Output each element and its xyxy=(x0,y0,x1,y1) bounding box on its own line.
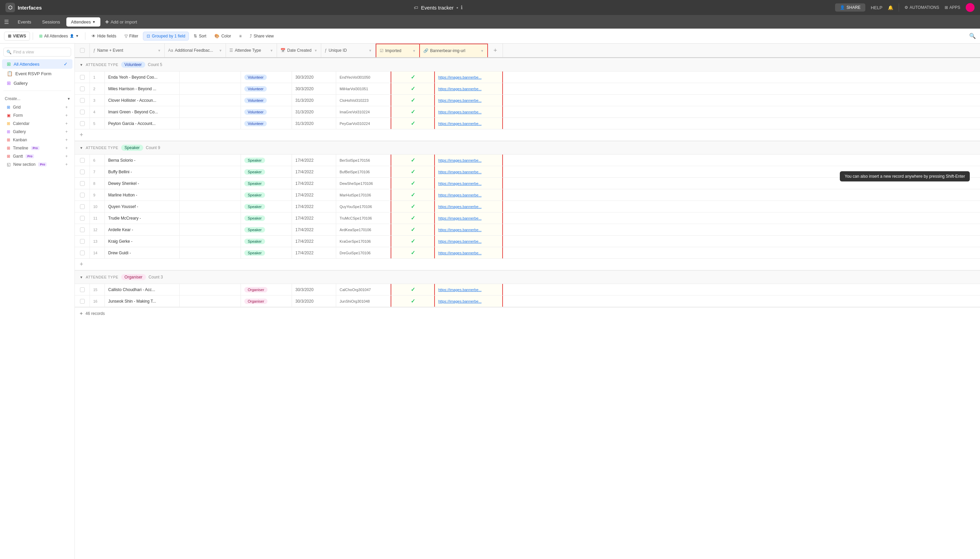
share-view-button[interactable]: ⤴ Share view xyxy=(246,32,277,40)
td-feedback[interactable] xyxy=(180,284,241,295)
apps-button[interactable]: ⊞ APPS xyxy=(945,5,960,10)
banner-link[interactable]: https://images.bannerbe... xyxy=(438,182,482,185)
td-checkbox[interactable] xyxy=(75,189,90,200)
td-name[interactable]: Imani Green - Beyond Co... xyxy=(105,106,180,117)
td-imported[interactable]: ✓ xyxy=(391,166,435,177)
td-imported[interactable]: ✓ xyxy=(391,212,435,224)
td-checkbox[interactable] xyxy=(75,236,90,247)
hide-fields-button[interactable]: 👁 Hide fields xyxy=(88,32,120,40)
row-checkbox[interactable] xyxy=(80,121,85,126)
td-banner[interactable]: https://images.bannerbe... xyxy=(435,83,503,94)
td-banner[interactable]: https://images.bannerbe... xyxy=(435,106,503,117)
banner-link[interactable]: https://images.bannerbe... xyxy=(438,251,482,255)
nav-tab-events[interactable]: Events xyxy=(13,17,36,26)
row-checkbox[interactable] xyxy=(80,170,85,174)
td-name[interactable]: Trudie McCreary - xyxy=(105,212,180,224)
banner-link[interactable]: https://images.bannerbe... xyxy=(438,228,482,232)
td-name[interactable]: Kraig Gerke - xyxy=(105,236,180,247)
create-calendar[interactable]: ⊞ Calendar + xyxy=(5,119,70,128)
td-feedback[interactable] xyxy=(180,83,241,94)
td-imported[interactable]: ✓ xyxy=(391,201,435,212)
td-type[interactable]: Speaker xyxy=(241,224,292,235)
notification-icon[interactable]: 🔔 xyxy=(888,5,893,10)
app-logo[interactable]: ⬡ Interfaces xyxy=(5,3,42,12)
th-date[interactable]: 📅 Date Created ▼ xyxy=(277,44,321,57)
td-banner[interactable]: https://images.bannerbe... xyxy=(435,284,503,295)
th-banner[interactable]: 🔗 Bannerbear-img-url ▼ xyxy=(420,44,488,57)
td-feedback[interactable] xyxy=(180,247,241,258)
td-banner[interactable]: https://images.bannerbe... xyxy=(435,178,503,189)
add-import-button[interactable]: ✚ Add or import xyxy=(102,18,140,26)
all-attendees-button[interactable]: ⊞ All Attendees 👤 ▼ xyxy=(36,32,82,40)
th-uid[interactable]: ƒ Unique ID ▼ xyxy=(321,44,376,57)
td-checkbox[interactable] xyxy=(75,224,90,235)
td-name[interactable]: Junseok Shin - Making T... xyxy=(105,296,180,307)
td-feedback[interactable] xyxy=(180,71,241,83)
td-name[interactable]: Quyen Youssef - xyxy=(105,201,180,212)
td-feedback[interactable] xyxy=(180,296,241,307)
create-header[interactable]: Create... ▾ xyxy=(5,96,70,101)
select-all-checkbox[interactable] xyxy=(80,48,85,53)
sidebar-item-event-rsvp[interactable]: 📋 Event RSVP Form xyxy=(2,69,73,78)
td-feedback[interactable] xyxy=(180,178,241,189)
td-type[interactable]: Speaker xyxy=(241,155,292,166)
row-checkbox[interactable] xyxy=(80,204,85,209)
help-label[interactable]: HELP xyxy=(871,5,882,10)
th-checkbox[interactable] xyxy=(75,44,90,57)
td-type[interactable]: Speaker xyxy=(241,201,292,212)
td-feedback[interactable] xyxy=(180,212,241,224)
td-type[interactable]: Volunteer xyxy=(241,95,292,106)
td-checkbox[interactable] xyxy=(75,155,90,166)
td-type[interactable]: Organiser xyxy=(241,284,292,295)
group-button[interactable]: ⊡ Grouped by 1 field xyxy=(143,31,189,41)
td-feedback[interactable] xyxy=(180,155,241,166)
td-imported[interactable]: ✓ xyxy=(391,284,435,295)
filter-button[interactable]: ▽ Filter xyxy=(121,32,142,40)
row-height-button[interactable]: ≡ xyxy=(236,32,245,40)
row-checkbox[interactable] xyxy=(80,158,85,163)
banner-link[interactable]: https://images.bannerbe... xyxy=(438,288,482,292)
td-imported[interactable]: ✓ xyxy=(391,178,435,189)
td-name[interactable]: Enda Yeoh - Beyond Coo... xyxy=(105,71,180,83)
toolbar-search-button[interactable]: 🔍 xyxy=(969,33,976,39)
sort-button[interactable]: ⇅ Sort xyxy=(190,32,210,40)
th-add-column[interactable]: + xyxy=(488,44,503,57)
banner-link[interactable]: https://images.bannerbe... xyxy=(438,205,482,209)
banner-link[interactable]: https://images.bannerbe... xyxy=(438,87,482,91)
banner-link[interactable]: https://images.bannerbe... xyxy=(438,122,482,126)
td-type[interactable]: Speaker xyxy=(241,236,292,247)
td-checkbox[interactable] xyxy=(75,284,90,295)
create-grid[interactable]: ⊞ Grid + xyxy=(5,103,70,111)
td-name[interactable]: Berna Solorio - xyxy=(105,155,180,166)
td-imported[interactable]: ✓ xyxy=(391,155,435,166)
group-toggle-speaker[interactable]: ▼ xyxy=(80,146,83,150)
td-banner[interactable]: https://images.bannerbe... xyxy=(435,166,503,177)
td-checkbox[interactable] xyxy=(75,118,90,129)
td-imported[interactable]: ✓ xyxy=(391,296,435,307)
banner-link[interactable]: https://images.bannerbe... xyxy=(438,216,482,220)
td-imported[interactable]: ✓ xyxy=(391,189,435,200)
td-feedback[interactable] xyxy=(180,106,241,117)
td-banner[interactable]: https://images.bannerbe... xyxy=(435,296,503,307)
td-imported[interactable]: ✓ xyxy=(391,236,435,247)
td-name[interactable]: Callisto Choudhari - Acc... xyxy=(105,284,180,295)
td-name[interactable]: Miles Harrison - Beyond ... xyxy=(105,83,180,94)
row-checkbox[interactable] xyxy=(80,86,85,91)
td-banner[interactable]: https://images.bannerbe... xyxy=(435,155,503,166)
td-type[interactable]: Speaker xyxy=(241,178,292,189)
td-name[interactable]: Drew Guidi - xyxy=(105,247,180,258)
row-checkbox[interactable] xyxy=(80,227,85,232)
row-checkbox[interactable] xyxy=(80,98,85,103)
td-name[interactable]: Buffy Bellini - xyxy=(105,166,180,177)
nav-tab-sessions[interactable]: Sessions xyxy=(38,17,65,26)
td-name[interactable]: Marline Hutton - xyxy=(105,189,180,200)
group-toggle-volunteer[interactable]: ▼ xyxy=(80,63,83,67)
row-checkbox[interactable] xyxy=(80,110,85,114)
td-checkbox[interactable] xyxy=(75,166,90,177)
td-banner[interactable]: https://images.bannerbe... xyxy=(435,212,503,224)
td-imported[interactable]: ✓ xyxy=(391,71,435,83)
td-imported[interactable]: ✓ xyxy=(391,224,435,235)
td-imported[interactable]: ✓ xyxy=(391,95,435,106)
td-feedback[interactable] xyxy=(180,224,241,235)
sidebar-search[interactable]: 🔍 Find a view xyxy=(3,48,71,56)
